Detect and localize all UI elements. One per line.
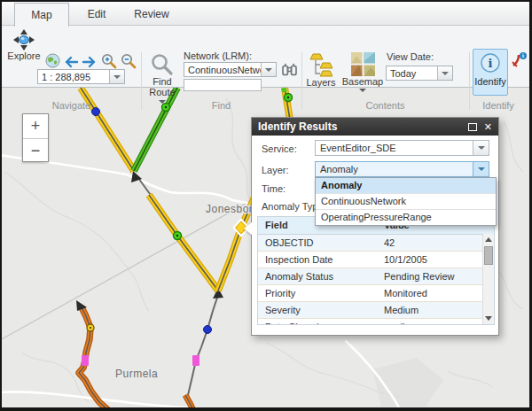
view-date-dropdown-button[interactable] (437, 66, 452, 80)
next-extent-arrow-icon[interactable] (82, 56, 98, 68)
layer-label: Layer: (262, 165, 289, 175)
find-route-label-1: Find (153, 76, 171, 87)
explore-icon (13, 29, 35, 50)
ribbon-tab-bar: Map Edit Review (2, 2, 529, 26)
layer-dropdown-button[interactable] (473, 162, 489, 176)
chevron-down-icon (442, 72, 449, 75)
field-cell: Priority (258, 285, 380, 301)
chevron-down-icon (478, 167, 485, 171)
scale-combobox[interactable]: 1 : 288,895 (37, 69, 125, 84)
basemap-label: Basemap (342, 76, 383, 87)
table-row[interactable]: Inspection Date 10/1/2005 (258, 252, 494, 268)
view-date-label: View Date: (387, 51, 434, 62)
identify-button[interactable]: i Identify (473, 49, 508, 96)
explore-button[interactable]: Explore (5, 29, 43, 61)
tab-map[interactable]: Map (14, 3, 69, 27)
scale-value: 1 : 288,895 (38, 72, 109, 82)
table-row[interactable]: Severity Medium (258, 302, 494, 319)
table-row[interactable]: Date Closed <null> (258, 319, 494, 325)
scrollbar-thumb[interactable] (484, 246, 493, 265)
group-label-identify: Identify (469, 100, 528, 111)
scroll-down-icon[interactable] (485, 316, 492, 321)
value-cell: 10/1/2005 (380, 252, 494, 268)
network-dropdown-button[interactable] (261, 63, 276, 76)
full-extent-globe-icon[interactable] (45, 53, 60, 68)
find-route-label-2: Route (149, 87, 175, 97)
scale-dropdown-button[interactable] (109, 70, 124, 83)
view-date-combobox[interactable]: Today (386, 66, 453, 81)
table-scrollbar[interactable] (482, 234, 494, 324)
identify-info-icon: i (480, 52, 501, 74)
find-route-magnifier-icon (151, 53, 174, 76)
find-route-button[interactable]: Find Route (145, 53, 179, 104)
network-value: ContinuousNetwork (184, 65, 261, 75)
yellow-ring-marker[interactable] (87, 324, 94, 331)
scroll-up-icon[interactable] (485, 237, 492, 242)
route-input[interactable] (184, 79, 262, 91)
ribbon: Map Edit Review Explore (2, 2, 529, 88)
chevron-down-icon (113, 75, 121, 79)
network-combobox[interactable]: ContinuousNetwork (184, 62, 277, 77)
dialog-title: Identify Results (252, 120, 468, 133)
basemap-icon (351, 52, 375, 76)
layers-label: Layers (306, 77, 335, 88)
service-label: Service: (262, 143, 297, 154)
dropdown-option-operatingpressurerange[interactable]: OperatingPressureRange (316, 210, 496, 225)
value-cell: <null> (380, 319, 494, 325)
chevron-down-icon (265, 68, 272, 72)
field-cell: Severity (258, 302, 380, 318)
basemap-caret-icon (359, 89, 366, 92)
close-icon[interactable]: ✕ (484, 118, 492, 136)
field-cell: OBJECTID (258, 235, 380, 251)
identify-route-location-icon[interactable]: i (512, 52, 528, 67)
explore-label: Explore (7, 50, 40, 61)
service-combobox[interactable]: EventEditor_SDE (315, 140, 489, 156)
basemap-button[interactable]: Basemap (343, 52, 382, 92)
group-label-contents: Contents (301, 100, 469, 111)
service-value: EventEditor_SDE (316, 143, 473, 153)
identify-attributes-table: Field Value OBJECTID 42 Inspection Date … (257, 216, 495, 325)
pink-square-marker[interactable] (192, 355, 200, 366)
map-zoom-in-button[interactable]: + (23, 114, 48, 139)
field-cell: Inspection Date (258, 252, 380, 268)
ribbon-body: Explore 1 (2, 26, 529, 87)
dialog-titlebar[interactable]: Identify Results ✕ (252, 118, 498, 136)
layer-dropdown-list: Anomaly ContinuousNetwork OperatingPress… (315, 177, 497, 226)
svg-text:i: i (489, 57, 493, 70)
table-row[interactable]: Priority Monitored (258, 285, 494, 302)
table-row[interactable]: OBJECTID 42 (258, 235, 494, 252)
window-border (0, 0, 2, 411)
pink-square-marker[interactable] (82, 355, 89, 366)
dropdown-option-anomaly[interactable]: Anomaly (316, 178, 496, 194)
green-point-marker[interactable] (174, 232, 182, 240)
blue-point-marker[interactable] (204, 326, 212, 334)
identify-label: Identify (474, 76, 505, 87)
value-cell: 42 (380, 235, 494, 251)
value-cell: Monitored (380, 285, 494, 301)
search-binoculars-icon[interactable] (282, 63, 297, 76)
zoom-out-icon[interactable] (121, 53, 137, 69)
table-row[interactable]: Anomaly Status Pending Review (258, 268, 494, 285)
field-cell: Anomaly Status (258, 268, 380, 284)
dropdown-option-continuousnetwork[interactable]: ContinuousNetwork (316, 194, 496, 210)
dialog-callout-pointer (244, 222, 252, 235)
group-label-find: Find (141, 100, 301, 111)
app-window: Map Edit Review Explore (0, 0, 532, 411)
dialog-body: Service: EventEditor_SDE Layer: Anomaly … (252, 136, 498, 335)
layer-combobox[interactable]: Anomaly (315, 161, 489, 177)
tab-edit[interactable]: Edit (69, 3, 124, 26)
maximize-icon[interactable] (468, 123, 477, 131)
value-cell: Medium (380, 302, 494, 318)
zoom-in-icon[interactable] (101, 53, 117, 69)
layers-button[interactable]: Layers (304, 52, 338, 88)
chevron-down-icon (478, 146, 485, 150)
value-cell: Pending Review (380, 268, 494, 284)
time-label: Time: (262, 183, 286, 194)
window-border (0, 0, 532, 2)
identify-results-dialog: Identify Results ✕ Service: EventEditor_… (251, 117, 499, 336)
previous-extent-arrow-icon[interactable] (63, 56, 79, 68)
group-label-navigate: Navigate (4, 100, 139, 111)
service-dropdown-button[interactable] (473, 141, 489, 155)
tab-review[interactable]: Review (124, 3, 179, 26)
map-zoom-out-button[interactable]: − (23, 139, 48, 163)
